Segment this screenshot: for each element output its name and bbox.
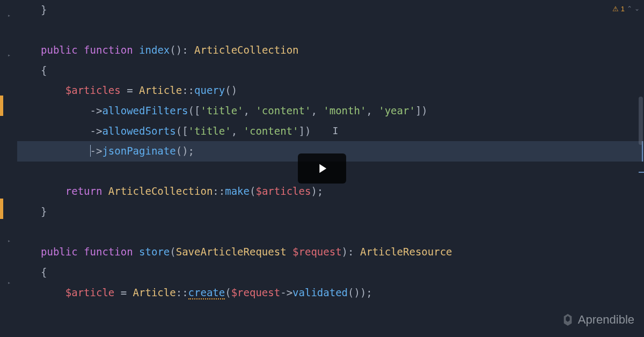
scrollbar-mark bbox=[639, 172, 644, 173]
variable: $request bbox=[231, 287, 281, 298]
keyword-return: return bbox=[65, 185, 103, 197]
class-name: ArticleCollection bbox=[108, 185, 213, 197]
parameter: $request bbox=[292, 246, 342, 258]
change-marker bbox=[0, 199, 3, 219]
code-line[interactable]: { bbox=[17, 262, 644, 283]
code-line[interactable]: } bbox=[17, 0, 644, 20]
code-line[interactable]: ->allowedFilters(['title', 'content', 'm… bbox=[17, 101, 644, 121]
method-call-warning: create bbox=[188, 287, 225, 299]
return-type: ArticleResource bbox=[360, 246, 452, 258]
method-call: jsonPaginate bbox=[102, 145, 175, 157]
play-icon bbox=[314, 161, 330, 176]
keyword-public: public bbox=[41, 246, 78, 258]
keyword-function: function bbox=[84, 44, 133, 56]
code-line[interactable]: public function store(SaveArticleRequest… bbox=[17, 242, 644, 262]
logo-icon bbox=[562, 313, 574, 327]
variable: $article bbox=[65, 287, 115, 298]
method-name: store bbox=[139, 246, 170, 258]
return-type: ArticleCollection bbox=[194, 44, 298, 56]
method-call: make bbox=[225, 185, 250, 197]
watermark: Aprendible bbox=[562, 308, 634, 332]
fold-icon[interactable]: ▸ bbox=[8, 53, 13, 58]
variable: $articles bbox=[65, 84, 121, 96]
method-name: index bbox=[139, 44, 170, 56]
warning-icon: ⚠ bbox=[612, 2, 619, 16]
brace: } bbox=[41, 206, 47, 217]
fold-icon[interactable]: ▸ bbox=[8, 280, 13, 285]
method-call: allowedSorts bbox=[102, 125, 175, 137]
method-call: allowedFilters bbox=[102, 105, 188, 116]
method-call: validated bbox=[292, 287, 348, 298]
vertical-scrollbar[interactable] bbox=[638, 0, 644, 337]
code-line[interactable]: } bbox=[17, 202, 644, 222]
chevron-up-icon[interactable]: ⌃ bbox=[627, 3, 632, 16]
caret bbox=[90, 145, 91, 157]
code-line[interactable]: $article = Article::create($request->val… bbox=[17, 283, 644, 303]
code-line[interactable] bbox=[17, 222, 644, 243]
scrollbar-thumb[interactable] bbox=[639, 97, 643, 145]
keyword-public: public bbox=[41, 44, 78, 56]
fold-icon[interactable]: ▸ bbox=[8, 238, 13, 244]
variable: $articles bbox=[255, 185, 311, 197]
inspection-widget[interactable]: ⚠ 1 ⌃ ⌄ bbox=[612, 2, 640, 16]
fold-icon[interactable]: ▸ bbox=[8, 13, 13, 18]
code-line[interactable] bbox=[17, 20, 644, 41]
brace: } bbox=[41, 4, 47, 16]
method-call: query bbox=[194, 84, 225, 96]
brace: { bbox=[41, 266, 47, 278]
editor-gutter: ▸ ▸ ▸ ▸ bbox=[0, 0, 13, 337]
change-marker bbox=[0, 96, 3, 116]
play-button[interactable] bbox=[298, 153, 346, 184]
code-line[interactable]: ->allowedSorts(['title', 'content'])I bbox=[17, 121, 644, 142]
code-line[interactable]: { bbox=[17, 61, 644, 81]
param-type: SaveArticleRequest bbox=[176, 246, 287, 258]
warning-count: 1 bbox=[621, 2, 625, 16]
watermark-text: Aprendible bbox=[578, 308, 634, 332]
class-name: Article bbox=[139, 84, 182, 96]
keyword-function: function bbox=[84, 246, 133, 258]
code-line[interactable]: $articles = Article::query() bbox=[17, 80, 644, 101]
code-line[interactable]: return ArticleCollection::make($articles… bbox=[17, 181, 644, 202]
brace: { bbox=[41, 64, 47, 76]
class-name: Article bbox=[133, 287, 176, 298]
code-line[interactable]: public function index(): ArticleCollecti… bbox=[17, 40, 644, 61]
text-cursor-icon: I bbox=[332, 121, 338, 141]
